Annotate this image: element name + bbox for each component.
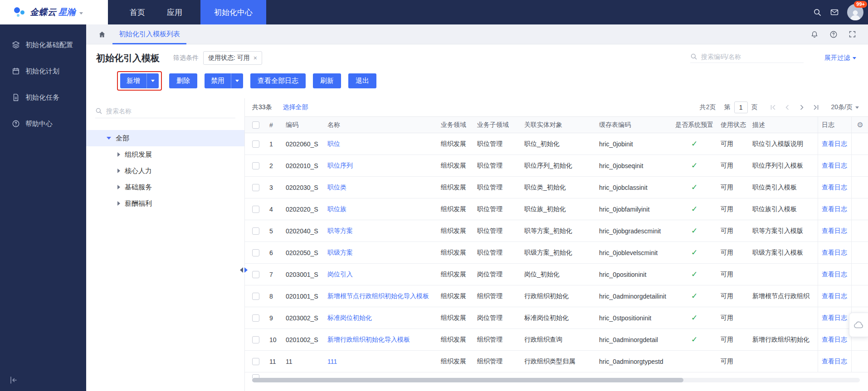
tree-item[interactable]: 薪酬福利 — [86, 195, 244, 212]
home-icon[interactable] — [98, 30, 106, 39]
tree-item[interactable]: 核心人力 — [86, 163, 244, 179]
refresh-button[interactable]: 刷新 — [313, 73, 341, 88]
nav-home[interactable]: 首页 — [126, 0, 149, 24]
row-checkbox[interactable] — [252, 227, 259, 235]
search-input[interactable] — [701, 53, 804, 60]
view-log-link[interactable]: 查看日志 — [822, 227, 847, 235]
preset-check-icon — [691, 248, 697, 257]
template-name-link[interactable]: 职位 — [327, 140, 340, 148]
cell-index: 9 — [266, 307, 282, 328]
add-button[interactable]: 新增 — [120, 73, 159, 88]
row-checkbox[interactable] — [252, 140, 259, 148]
cell-code: 0202030_S — [282, 177, 324, 198]
cell-index: 10 — [266, 329, 282, 350]
expand-filter-link[interactable]: 展开过滤 — [824, 54, 856, 62]
current-page-input[interactable]: 1 — [734, 101, 748, 113]
template-name-link[interactable]: 职位类 — [327, 183, 346, 192]
nav-init-center[interactable]: 初始化中心 — [200, 0, 266, 24]
page-size-select[interactable]: 20条/页 — [831, 103, 859, 111]
view-log-link[interactable]: 查看日志 — [822, 357, 847, 366]
template-name-link[interactable]: 职位族 — [327, 205, 346, 213]
sidebar-item-init-plan[interactable]: 初始化计划 — [0, 58, 86, 84]
view-log-link[interactable]: 查看日志 — [822, 205, 847, 213]
select-all-link[interactable]: 选择全部 — [283, 103, 308, 111]
template-name-link[interactable]: 职级方案 — [327, 249, 353, 257]
view-log-link[interactable]: 查看日志 — [822, 270, 847, 279]
view-log-link[interactable]: 查看日志 — [822, 183, 847, 192]
view-log-link[interactable]: 查看日志 — [822, 162, 847, 170]
cell-code: 11 — [282, 351, 324, 372]
sidebar-collapse-button[interactable] — [9, 376, 18, 385]
template-name-link[interactable]: 111 — [327, 358, 337, 365]
row-checkbox[interactable] — [252, 249, 259, 256]
tree-search — [95, 107, 235, 118]
bell-icon[interactable] — [810, 30, 819, 39]
cell-description — [749, 351, 818, 372]
tab-template-list[interactable]: 初始化引入模板列表 — [112, 24, 186, 44]
view-log-link[interactable]: 查看日志 — [822, 292, 847, 300]
row-checkbox[interactable] — [252, 184, 259, 191]
collapse-left-icon[interactable] — [240, 267, 243, 273]
expand-triangle-icon[interactable] — [117, 201, 120, 206]
cell-domain: 组织发展 — [437, 285, 473, 307]
gear-icon[interactable]: ⚙ — [857, 121, 863, 129]
add-dropdown-chevron-icon[interactable] — [146, 73, 159, 88]
template-name-link[interactable]: 标准岗位初始化 — [327, 314, 372, 322]
template-name-link[interactable]: 新增根节点行政组织初始化导入模板 — [327, 292, 429, 300]
row-checkbox[interactable] — [252, 162, 259, 169]
disable-dropdown-chevron-icon[interactable] — [231, 73, 243, 88]
tree-item[interactable]: 组织发展 — [86, 146, 244, 163]
nav-apps[interactable]: 应用 — [163, 0, 186, 24]
delete-button[interactable]: 删除 — [169, 73, 197, 88]
sidebar-item-help-center[interactable]: 帮助中心 — [0, 111, 86, 137]
help-circle-icon[interactable] — [829, 30, 838, 39]
cell-cache-table: hric_0jobfamilyinit — [595, 198, 672, 220]
row-checkbox[interactable] — [252, 336, 259, 343]
expand-triangle-icon[interactable] — [117, 169, 120, 173]
tree-item[interactable]: 基础服务 — [86, 179, 244, 195]
app-logo[interactable]: 金蝶云 星瀚 — [0, 0, 108, 24]
sidebar-item-init-task[interactable]: 初始化任务 — [0, 84, 86, 111]
search-icon[interactable] — [813, 8, 822, 17]
view-log-link[interactable]: 查看日志 — [822, 140, 847, 148]
cell-subdomain: 岗位管理 — [473, 264, 521, 285]
template-name-link[interactable]: 岗位引入 — [327, 270, 353, 279]
disable-button[interactable]: 禁用 — [205, 73, 243, 88]
scrollbar-thumb[interactable] — [252, 378, 683, 382]
template-name-link[interactable]: 职位序列 — [327, 162, 353, 170]
chevron-down-icon[interactable] — [79, 8, 83, 16]
template-name-link[interactable]: 职等方案 — [327, 227, 353, 235]
expand-right-icon[interactable] — [244, 267, 248, 273]
cell-status: 可用 — [717, 155, 749, 176]
select-all-checkbox[interactable] — [252, 121, 259, 129]
view-log-link[interactable]: 查看日志 — [822, 314, 847, 322]
row-checkbox[interactable] — [252, 206, 259, 213]
mail-icon[interactable] — [830, 8, 839, 17]
view-all-logs-button[interactable]: 查看全部日志 — [250, 73, 306, 88]
fullscreen-icon[interactable] — [848, 30, 856, 38]
tree-search-input[interactable] — [106, 107, 235, 115]
last-page-icon[interactable] — [813, 104, 819, 111]
row-checkbox[interactable] — [252, 358, 259, 365]
code-name-search — [690, 53, 804, 63]
exit-button[interactable]: 退出 — [348, 73, 376, 88]
chip-close-icon[interactable]: × — [254, 55, 257, 61]
sidebar-item-base-config[interactable]: 初始化基础配置 — [0, 32, 86, 58]
cloud-sync-button[interactable] — [849, 313, 868, 337]
next-page-icon[interactable] — [799, 104, 805, 111]
first-page-icon[interactable] — [770, 104, 776, 111]
prev-page-icon[interactable] — [784, 104, 790, 111]
collapse-triangle-icon[interactable] — [107, 137, 111, 140]
expand-triangle-icon[interactable] — [117, 185, 120, 189]
tree-item-all[interactable]: 全部 — [86, 130, 244, 146]
cell-description: 新增行政组织初始化 — [749, 329, 818, 350]
cell-entity: 行政组织类型归属 — [521, 351, 595, 372]
filter-chip[interactable]: 使用状态: 可用 × — [203, 51, 262, 65]
template-name-link[interactable]: 新增行政组织初始化导入模板 — [327, 336, 410, 344]
view-log-link[interactable]: 查看日志 — [822, 336, 847, 344]
row-checkbox[interactable] — [252, 271, 259, 278]
expand-triangle-icon[interactable] — [117, 152, 120, 157]
row-checkbox[interactable] — [252, 314, 259, 322]
row-checkbox[interactable] — [252, 293, 259, 300]
view-log-link[interactable]: 查看日志 — [822, 249, 847, 257]
